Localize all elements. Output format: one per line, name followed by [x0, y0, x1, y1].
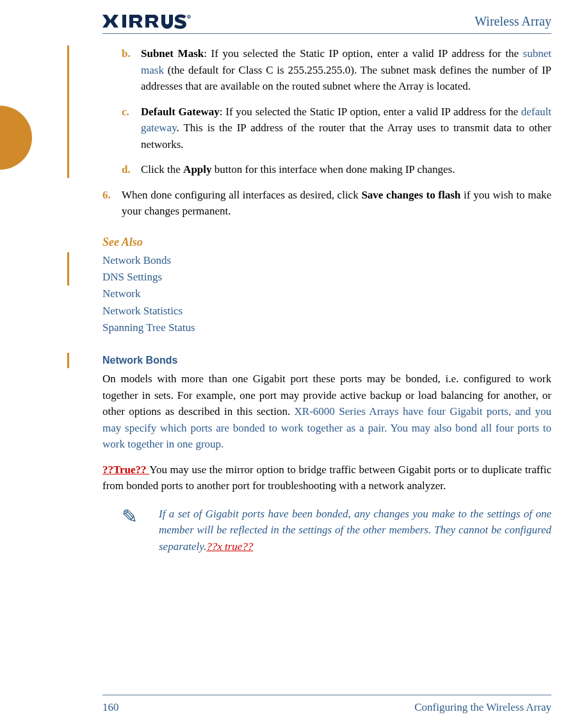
body-paragraph: ??True?? You may use the mirror option t…: [102, 462, 551, 494]
text-fragment: (the default for Class C is 255.255.255.…: [141, 64, 551, 93]
step-body: Default Gateway: If you selected the Sta…: [141, 104, 551, 153]
step-6: 6. When done configuring all interfaces …: [102, 187, 551, 220]
text-fragment: When done configuring all interfaces as …: [122, 189, 361, 201]
text-fragment: : If you selected the Static IP option, …: [220, 106, 521, 118]
see-also-link[interactable]: Spanning Tree Status: [102, 320, 551, 336]
step-b: b. Subnet Mask: If you selected the Stat…: [122, 45, 551, 95]
step-body: Subnet Mask: If you selected the Static …: [141, 45, 551, 95]
step-body: Click the Apply button for this interfac…: [141, 161, 551, 178]
xirrus-logo: R: [102, 13, 191, 31]
step-title: Subnet Mask: [141, 47, 204, 60]
svg-text:R: R: [188, 16, 190, 19]
text-fragment: button for this interface when done maki…: [212, 163, 455, 175]
text-fragment: Click the: [141, 163, 183, 175]
body-paragraph: On models with more than one Gigabit por…: [102, 371, 551, 453]
step-marker: c.: [122, 104, 141, 153]
footer-section-title: Configuring the Wireless Array: [414, 699, 551, 716]
text-fragment: : If you selected the Static IP option, …: [204, 47, 523, 60]
svg-marker-2: [110, 15, 118, 28]
see-also-link[interactable]: Network Bonds: [102, 252, 551, 269]
page-number: 160: [102, 699, 119, 716]
see-also-heading: See Also: [102, 234, 551, 251]
step-marker: d.: [122, 161, 141, 178]
text-fragment: You may use the mirror option to bridge …: [102, 464, 551, 492]
editorial-mark: ??True??: [102, 464, 149, 476]
step-marker: 6.: [102, 187, 122, 220]
apply-label: Apply: [183, 163, 211, 175]
step-title: Default Gateway: [141, 106, 220, 118]
document-title: Wireless Array: [475, 12, 551, 31]
see-also-link[interactable]: Network Statistics: [102, 303, 551, 320]
step-c: c. Default Gateway: If you selected the …: [122, 104, 551, 153]
thumb-tab: [0, 106, 32, 170]
section-heading-network-bonds: Network Bonds: [102, 353, 551, 368]
page-header: R Wireless Array: [102, 12, 551, 34]
editorial-mark: ??x true??: [206, 540, 253, 553]
step-body: When done configuring all interfaces as …: [122, 187, 551, 220]
svg-rect-3: [122, 15, 126, 28]
step-d: d. Click the Apply button for this inter…: [122, 161, 551, 178]
note-icon: ✎: [122, 506, 159, 555]
page-footer: 160 Configuring the Wireless Array: [102, 695, 551, 716]
text-fragment: . This is the IP address of the router t…: [141, 122, 551, 150]
see-also-link[interactable]: Network: [102, 286, 551, 302]
note-body: If a set of Gigabit ports have been bond…: [159, 506, 551, 555]
step-marker: b.: [122, 45, 141, 95]
save-changes-label: Save changes to flash: [361, 189, 460, 201]
note-block: ✎ If a set of Gigabit ports have been bo…: [122, 506, 551, 555]
see-also-link[interactable]: DNS Settings: [102, 269, 551, 286]
